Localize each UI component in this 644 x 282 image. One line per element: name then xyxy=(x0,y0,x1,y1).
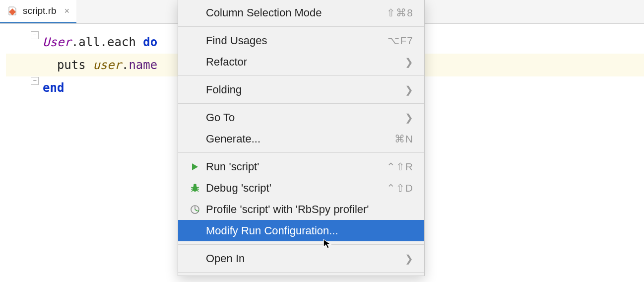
chevron-right-icon: ❯ xyxy=(405,84,413,96)
fold-toggle-icon[interactable]: − xyxy=(31,77,39,85)
context-menu: Column Selection Mode ⇧⌘8 Find Usages ⌥F… xyxy=(178,0,425,276)
menu-debug[interactable]: Debug 'script' ⌃⇧D xyxy=(178,177,424,199)
menu-modify-run-config[interactable]: Modify Run Configuration... xyxy=(178,220,424,241)
svg-line-7 xyxy=(197,190,198,192)
menu-folding[interactable]: Folding ❯ xyxy=(178,79,424,100)
chevron-right-icon: ❯ xyxy=(405,56,413,68)
menu-separator xyxy=(178,244,424,245)
debug-icon xyxy=(187,183,203,193)
svg-line-6 xyxy=(192,190,193,192)
menu-open-in[interactable]: Open In ❯ xyxy=(178,248,424,269)
fold-toggle-icon[interactable]: − xyxy=(31,31,39,39)
svg-line-2 xyxy=(191,187,193,188)
menu-separator xyxy=(178,152,424,153)
menu-separator xyxy=(178,26,424,27)
run-icon xyxy=(187,162,203,171)
menu-go-to[interactable]: Go To ❯ xyxy=(178,107,424,128)
profile-icon xyxy=(187,205,203,214)
menu-separator xyxy=(178,103,424,104)
menu-generate[interactable]: Generate... ⌘N xyxy=(178,128,424,149)
ruby-file-icon xyxy=(7,5,18,16)
menu-column-selection[interactable]: Column Selection Mode ⇧⌘8 xyxy=(178,2,424,23)
svg-line-3 xyxy=(197,187,199,188)
tab-filename: script.rb xyxy=(23,5,57,16)
editor-tab[interactable]: script.rb × xyxy=(0,0,76,23)
menu-separator xyxy=(178,272,424,273)
menu-separator xyxy=(178,75,424,76)
menu-run[interactable]: Run 'script' ⌃⇧R xyxy=(178,156,424,177)
chevron-right-icon: ❯ xyxy=(405,253,413,265)
chevron-right-icon: ❯ xyxy=(405,112,413,124)
menu-refactor[interactable]: Refactor ❯ xyxy=(178,51,424,72)
svg-point-1 xyxy=(193,184,196,187)
close-tab-icon[interactable]: × xyxy=(64,6,70,16)
menu-profile[interactable]: Profile 'script' with 'RbSpy profiler' xyxy=(178,199,424,220)
menu-find-usages[interactable]: Find Usages ⌥F7 xyxy=(178,30,424,51)
